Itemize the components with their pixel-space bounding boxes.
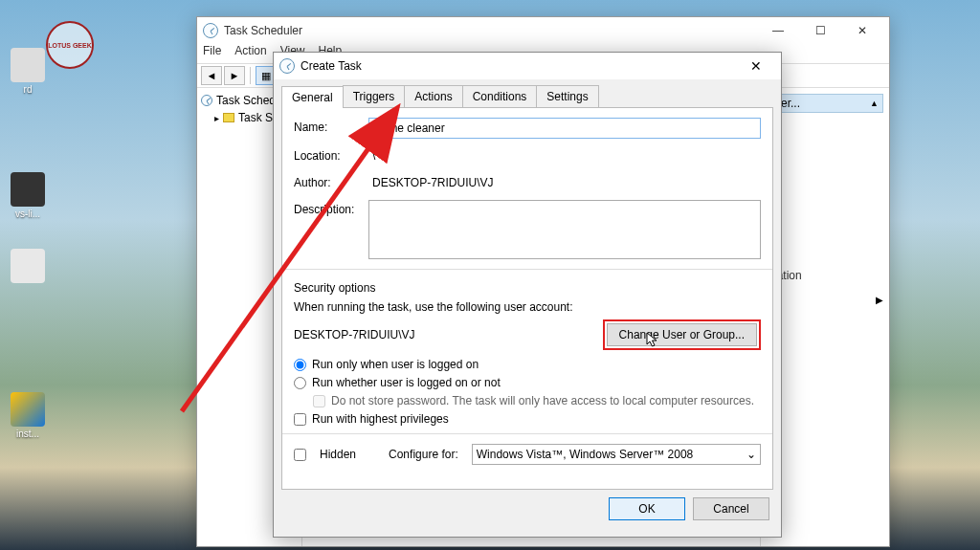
tab-settings[interactable]: Settings [536,85,598,107]
menu-action[interactable]: Action [234,44,266,63]
doc-icon [11,249,45,283]
description-input[interactable] [368,200,761,259]
radio-logged-on[interactable] [294,359,306,371]
close-button[interactable]: ✕ [841,17,883,44]
expander-icon[interactable]: ▸ [214,113,219,123]
file-icon [11,48,45,82]
name-input[interactable] [368,118,761,139]
dialog-title: Create Task [301,59,737,73]
desktop-icon[interactable]: rd [4,48,52,95]
when-running-label: When running the task, use the following… [294,300,761,314]
collapse-icon[interactable]: ▲ [870,99,879,108]
checkbox-no-store-password [313,395,325,407]
configure-for-select[interactable]: Windows Vista™, Windows Server™ 2008 ⌄ [472,444,761,465]
desktop-icon[interactable]: vs-li... [4,172,52,219]
watermark-logo: LOTUS GEEK [46,21,94,69]
back-button[interactable]: ◄ [201,66,222,85]
expand-icon[interactable]: ▶ [767,295,883,305]
menu-file[interactable]: File [203,44,221,63]
maximize-button[interactable]: ☐ [799,17,841,44]
tab-panel-general: Name: Location: \ Author: DESKTOP-7RIDUI… [281,107,773,490]
radio-logged-off-label: Run whether user is logged on or not [312,376,501,389]
window-title: Task Scheduler [224,24,757,37]
tree-label: Task S [238,111,273,124]
checkbox-hidden[interactable] [294,449,306,461]
clock-icon [279,58,295,74]
chevron-down-icon: ⌄ [746,448,756,461]
checkbox-highest-privileges[interactable] [294,413,306,426]
desktop-icon[interactable]: inst... [4,392,52,439]
user-account-value: DESKTOP-7RIDUIU\VJ [294,328,414,341]
settings-icon [11,172,45,207]
radio-logged-on-label: Run only when user is logged on [312,358,479,371]
shield-icon [11,392,45,427]
desktop-icon-label: inst... [16,429,39,439]
forward-button[interactable]: ► [224,66,245,85]
author-label: Author: [294,173,363,189]
divider [250,67,251,84]
folder-icon [223,113,234,122]
desktop-icon[interactable] [4,249,52,285]
close-button[interactable]: ✕ [737,55,775,77]
tab-actions[interactable]: Actions [404,85,462,107]
titlebar[interactable]: Create Task ✕ [274,53,781,79]
create-task-dialog: Create Task ✕ General Triggers Actions C… [273,52,782,538]
location-value: \ [368,146,761,165]
watermark-text: LOTUS GEEK [48,42,92,49]
radio-logged-off[interactable] [294,377,306,389]
description-label: Description: [294,200,363,216]
security-options-label: Security options [294,281,761,295]
author-value: DESKTOP-7RIDUIU\VJ [368,173,761,192]
action-item[interactable]: uration [767,266,883,285]
tab-conditions[interactable]: Conditions [462,85,538,107]
action-header[interactable]: uter... ▲ [767,94,883,113]
no-store-password-label: Do not store password. The task will onl… [331,394,754,407]
select-value: Windows Vista™, Windows Server™ 2008 [477,448,694,461]
change-user-button[interactable]: Change User or Group... [607,323,757,346]
cursor-icon [646,332,659,349]
ok-button[interactable]: OK [609,497,685,520]
highest-privileges-label: Run with highest privileges [312,412,449,426]
tab-strip: General Triggers Actions Conditions Sett… [274,79,781,107]
desktop-icon-label: rd [24,84,33,95]
titlebar[interactable]: Task Scheduler — ☐ ✕ [197,17,889,44]
annotation-highlight: Change User or Group... [603,319,761,350]
tab-triggers[interactable]: Triggers [343,85,406,107]
configure-for-label: Configure for: [389,448,458,461]
hidden-label: Hidden [320,448,356,461]
tab-general[interactable]: General [281,86,344,108]
location-label: Location: [294,146,363,163]
name-label: Name: [294,118,363,134]
desktop-icon-label: vs-li... [15,209,40,219]
clock-icon [201,95,212,106]
minimize-button[interactable]: — [757,17,799,44]
cancel-button[interactable]: Cancel [693,497,769,520]
clock-icon [203,23,218,38]
